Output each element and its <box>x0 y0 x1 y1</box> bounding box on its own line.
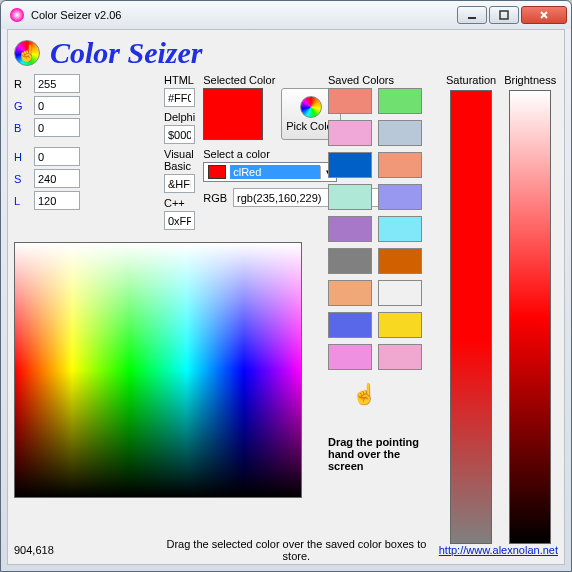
saved-colors-grid <box>328 88 432 370</box>
saved-color-11[interactable] <box>378 248 422 274</box>
dropdown-swatch <box>208 165 226 179</box>
label-r: R <box>14 78 28 90</box>
label-brightness: Brightness <box>504 74 556 86</box>
color-spectrum[interactable] <box>14 242 302 498</box>
saved-color-5[interactable] <box>378 152 422 178</box>
label-s: S <box>14 173 28 185</box>
window-title: Color Seizer v2.06 <box>31 9 455 21</box>
saved-color-4[interactable] <box>328 152 372 178</box>
minimize-button[interactable] <box>457 6 487 24</box>
label-vb: Visual Basic <box>164 148 195 172</box>
saved-color-9[interactable] <box>378 216 422 242</box>
brightness-bar[interactable] <box>509 90 551 544</box>
saved-color-7[interactable] <box>378 184 422 210</box>
website-link[interactable]: http://www.alexnolan.net <box>439 544 558 556</box>
saved-color-8[interactable] <box>328 216 372 242</box>
footer-hint: Drag the selected color over the saved c… <box>154 538 439 562</box>
input-h[interactable] <box>34 147 80 166</box>
saved-color-2[interactable] <box>328 120 372 146</box>
app-header: Color Seizer <box>14 36 558 70</box>
coords-readout: 904,618 <box>14 544 154 556</box>
saved-color-0[interactable] <box>328 88 372 114</box>
hand-cursor-icon[interactable] <box>14 40 40 66</box>
input-s[interactable] <box>34 169 80 188</box>
input-g[interactable] <box>34 96 80 115</box>
saved-color-3[interactable] <box>378 120 422 146</box>
drag-hint: Drag the pointing hand over the screen <box>328 436 432 472</box>
saved-colors-column: Saved Colors ☝ Drag the pointing hand ov… <box>328 74 432 544</box>
saved-color-10[interactable] <box>328 248 372 274</box>
color-wheel-icon <box>300 96 322 118</box>
bars-column: Saturation Brightness <box>446 74 556 544</box>
saved-color-13[interactable] <box>378 280 422 306</box>
left-column: R G B H S <box>14 74 314 544</box>
dropdown-value: clRed <box>230 165 320 179</box>
label-html: HTML <box>164 74 195 86</box>
app-icon <box>9 7 25 23</box>
hand-cursor-icon: ☝ <box>352 382 432 406</box>
saved-color-16[interactable] <box>328 344 372 370</box>
top-row: R G B H S <box>14 74 314 234</box>
output-html[interactable] <box>164 88 195 107</box>
saved-color-14[interactable] <box>328 312 372 338</box>
label-selected: Selected Color <box>203 74 275 86</box>
label-cpp: C++ <box>164 197 195 209</box>
label-b: B <box>14 122 28 134</box>
label-delphi: Delphi <box>164 111 195 123</box>
output-vb[interactable] <box>164 174 195 193</box>
label-l: L <box>14 195 28 207</box>
titlebar: Color Seizer v2.06 <box>1 1 571 29</box>
input-b[interactable] <box>34 118 80 137</box>
window-buttons <box>455 6 567 24</box>
label-saved: Saved Colors <box>328 74 432 86</box>
color-dropdown[interactable]: clRed ▾ <box>203 162 337 182</box>
code-outputs: HTML Delphi Visual Basic C++ <box>164 74 195 234</box>
saved-color-17[interactable] <box>378 344 422 370</box>
output-cpp[interactable] <box>164 211 195 230</box>
input-l[interactable] <box>34 191 80 210</box>
saved-color-1[interactable] <box>378 88 422 114</box>
svg-point-0 <box>10 8 24 22</box>
main-row: R G B H S <box>14 74 558 544</box>
output-delphi[interactable] <box>164 125 195 144</box>
close-button[interactable] <box>521 6 567 24</box>
saved-color-12[interactable] <box>328 280 372 306</box>
window: Color Seizer v2.06 Color Seizer R <box>0 0 572 572</box>
app-title: Color Seizer <box>50 36 203 70</box>
saved-color-15[interactable] <box>378 312 422 338</box>
footer: 904,618 Drag the selected color over the… <box>14 538 558 562</box>
input-r[interactable] <box>34 74 80 93</box>
label-g: G <box>14 100 28 112</box>
svg-rect-2 <box>500 11 508 19</box>
label-h: H <box>14 151 28 163</box>
client-area: Color Seizer R G B <box>7 29 565 565</box>
saturation-bar[interactable] <box>450 90 492 544</box>
maximize-button[interactable] <box>489 6 519 24</box>
selected-color-swatch[interactable] <box>203 88 263 140</box>
label-saturation: Saturation <box>446 74 496 86</box>
saved-color-6[interactable] <box>328 184 372 210</box>
label-rgb: RGB <box>203 192 227 204</box>
